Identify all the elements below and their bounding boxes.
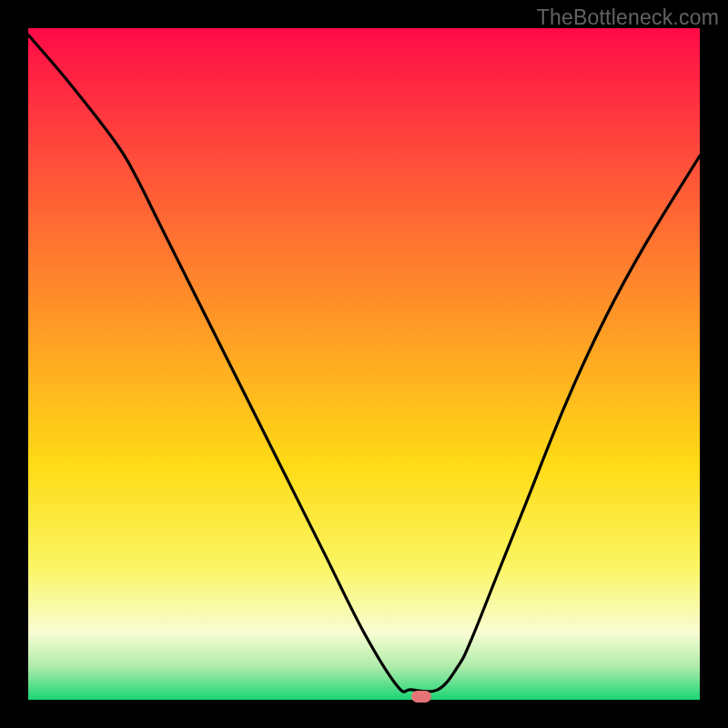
minimum-marker bbox=[411, 691, 431, 703]
plot-area bbox=[28, 28, 700, 700]
chart-frame: TheBottleneck.com bbox=[0, 0, 728, 728]
watermark-text: TheBottleneck.com bbox=[537, 5, 719, 30]
plot-svg bbox=[28, 28, 700, 700]
gradient-background bbox=[28, 28, 700, 700]
